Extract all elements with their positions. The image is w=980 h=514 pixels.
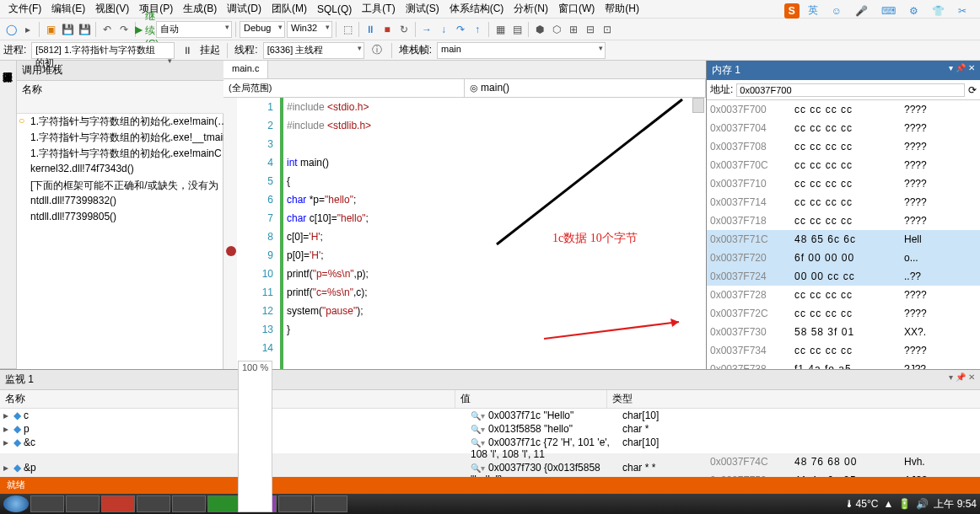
process-dropdown[interactable]: [5812] 1.字符指针与字符数组的初… bbox=[31, 42, 175, 59]
config-debug-dropdown[interactable]: Debug bbox=[240, 21, 285, 38]
pause-icon[interactable]: ⏸ bbox=[363, 22, 378, 37]
menu-item[interactable]: 编辑(E) bbox=[46, 0, 90, 18]
tray-icon[interactable]: 🔋 bbox=[898, 498, 911, 510]
menu-item[interactable]: SQL(Q) bbox=[312, 2, 357, 17]
menu-item[interactable]: 窗口(W) bbox=[553, 0, 600, 18]
config-platform-dropdown[interactable]: Win32 bbox=[287, 21, 332, 38]
memory-row[interactable]: 0x0037F708cc cc cc cc???? bbox=[707, 137, 980, 156]
breakpoint-icon[interactable] bbox=[226, 246, 236, 256]
memory-row[interactable]: 0x0037F72400 00 cc cc..?? bbox=[707, 267, 980, 286]
watch-row[interactable]: ▸◆&c🔍▾0x0037f71c {72 'H', 101 'e', 108 '… bbox=[0, 436, 980, 461]
refresh-icon[interactable]: ⟳ bbox=[968, 84, 977, 96]
watch-col-value[interactable]: 值 bbox=[455, 390, 607, 408]
tb4-icon[interactable]: ⬡ bbox=[549, 22, 564, 37]
watch-col-name[interactable]: 名称 bbox=[0, 390, 455, 408]
menu-item[interactable]: 文件(F) bbox=[3, 0, 46, 18]
tray-icon[interactable]: 🔊 bbox=[916, 498, 929, 510]
memory-row[interactable]: 0x0037F734cc cc cc cc???? bbox=[707, 341, 980, 360]
memory-row[interactable]: 0x0037F70Ccc cc cc cc???? bbox=[707, 156, 980, 174]
open-icon[interactable]: ▣ bbox=[43, 22, 58, 37]
taskbar-item[interactable] bbox=[101, 495, 135, 512]
menu-item[interactable]: 视图(V) bbox=[90, 0, 134, 18]
stack-row[interactable]: ntdll.dll!77399805()未知 bbox=[17, 210, 256, 226]
thread-dropdown[interactable]: [6336] 主线程 bbox=[263, 42, 364, 59]
step-over-icon[interactable]: ↷ bbox=[453, 22, 468, 37]
ime-keyboard-icon[interactable]: ⌨ bbox=[876, 3, 901, 19]
taskbar-item[interactable] bbox=[66, 495, 100, 512]
stack-row[interactable]: 1.字符指针与字符数组的初始化.exe!__tmainC bbox=[17, 130, 256, 146]
stack-row[interactable]: ○1.字符指针与字符数组的初始化.exe!main(…C bbox=[17, 114, 256, 130]
tab-mainc[interactable]: main.c bbox=[223, 61, 268, 78]
ime-tool-icon[interactable]: ✂ bbox=[953, 3, 972, 19]
stackframe-dropdown[interactable]: main bbox=[437, 42, 606, 59]
tray-icon[interactable]: ▲ bbox=[883, 498, 893, 510]
tb6-icon[interactable]: ⊟ bbox=[583, 22, 598, 37]
memory-row[interactable]: 0x0037F700cc cc cc cc???? bbox=[707, 100, 980, 119]
stack-row[interactable]: [下面的框架可能不正确和/或缺失，没有为 bbox=[17, 178, 256, 194]
address-input[interactable] bbox=[736, 83, 965, 97]
redo-icon[interactable]: ↷ bbox=[116, 22, 132, 37]
memory-row[interactable]: 0x0037F710cc cc cc cc???? bbox=[707, 174, 980, 193]
menu-item[interactable]: 测试(S) bbox=[401, 0, 444, 18]
taskbar-item[interactable] bbox=[207, 495, 241, 512]
menu-item[interactable]: 帮助(H) bbox=[600, 0, 644, 18]
thread-info-icon[interactable]: ⓘ bbox=[369, 43, 385, 58]
memory-row[interactable]: 0x0037F71C48 65 6c 6cHell bbox=[707, 230, 980, 249]
scope-left-dropdown[interactable]: (全局范围) bbox=[223, 79, 465, 97]
ime-lang[interactable]: 英 bbox=[803, 2, 823, 19]
config-auto-dropdown[interactable]: 自动 bbox=[156, 21, 232, 38]
tb5-icon[interactable]: ⊞ bbox=[566, 22, 581, 37]
memory-row[interactable]: 0x0037F7206f 00 00 00o... bbox=[707, 249, 980, 267]
taskbar-item[interactable] bbox=[137, 495, 170, 512]
watch-controls[interactable]: ▾ 📌 ✕ bbox=[949, 372, 975, 387]
taskbar-item[interactable] bbox=[172, 495, 206, 512]
vertical-tabs[interactable]: 服务器资源管理器工具箱 bbox=[0, 61, 17, 369]
continue-button[interactable]: ▶ 继续(C) bbox=[139, 22, 154, 37]
watch-row[interactable]: ▸◆p🔍▾0x013f5858 "hello"char * bbox=[0, 422, 980, 436]
tb2-icon[interactable]: ▤ bbox=[509, 22, 525, 37]
menu-item[interactable]: 生成(B) bbox=[178, 0, 222, 18]
save-all-icon[interactable]: 💾 bbox=[77, 22, 92, 37]
memory-row[interactable]: 0x0037F714cc cc cc cc???? bbox=[707, 193, 980, 211]
stop-icon[interactable]: ■ bbox=[380, 22, 395, 37]
menu-item[interactable]: 分析(N) bbox=[509, 0, 553, 18]
tb-icon[interactable]: ⬚ bbox=[340, 22, 355, 37]
restart-icon[interactable]: ↻ bbox=[396, 22, 412, 37]
col-name[interactable]: 名称 bbox=[17, 81, 229, 113]
memory-controls[interactable]: ▾ 📌 ✕ bbox=[949, 63, 975, 78]
tb1-icon[interactable]: ▦ bbox=[493, 22, 508, 37]
watch-col-type[interactable]: 类型 bbox=[607, 390, 980, 408]
memory-row[interactable]: 0x0037F72Ccc cc cc cc???? bbox=[707, 304, 980, 323]
memory-row[interactable]: 0x0037F728cc cc cc cc???? bbox=[707, 286, 980, 304]
scope-right-dropdown[interactable]: ◎ main() bbox=[465, 79, 706, 97]
tb7-icon[interactable]: ⊡ bbox=[600, 22, 615, 37]
nav-back-icon[interactable]: ◯ bbox=[3, 22, 19, 37]
ime-emoji-icon[interactable]: ☺ bbox=[827, 3, 847, 19]
stack-row[interactable]: kernel32.dll!74f7343d()未知 bbox=[17, 162, 256, 178]
memory-row[interactable]: 0x0037F73058 58 3f 01XX?. bbox=[707, 323, 980, 341]
step-into-icon[interactable]: ↓ bbox=[436, 22, 451, 37]
stack-row[interactable]: ntdll.dll!77399832()未知 bbox=[17, 194, 256, 210]
start-button[interactable] bbox=[3, 495, 29, 512]
taskbar-item[interactable] bbox=[278, 495, 312, 512]
taskbar-item[interactable] bbox=[314, 495, 347, 512]
nav-fwd-icon[interactable]: ▸ bbox=[20, 22, 35, 37]
menu-item[interactable]: 调试(D) bbox=[222, 0, 267, 18]
watch-row[interactable]: ▸◆c🔍▾0x0037f71c "Hello"char[10] bbox=[0, 409, 980, 422]
zoom-level[interactable]: 100 % bbox=[238, 361, 272, 512]
menu-item[interactable]: 体系结构(C) bbox=[444, 0, 509, 18]
taskbar-item[interactable] bbox=[30, 495, 64, 512]
menu-item[interactable]: 工具(T) bbox=[357, 0, 400, 18]
save-icon[interactable]: 💾 bbox=[60, 22, 75, 37]
ime-gear-icon[interactable]: ⚙ bbox=[904, 3, 923, 19]
undo-icon[interactable]: ↶ bbox=[100, 22, 115, 37]
stack-row[interactable]: 1.字符指针与字符数组的初始化.exe!mainCC bbox=[17, 146, 256, 162]
menu-item[interactable]: 团队(M) bbox=[267, 0, 312, 18]
ime-s-icon[interactable]: S bbox=[784, 3, 800, 19]
step-out-icon[interactable]: ↑ bbox=[470, 22, 485, 37]
step-next-icon[interactable]: → bbox=[419, 22, 434, 37]
tb3-icon[interactable]: ⬢ bbox=[532, 22, 547, 37]
memory-row[interactable]: 0x0037F704cc cc cc cc???? bbox=[707, 119, 980, 137]
scrollbar-vertical[interactable] bbox=[692, 98, 704, 113]
memory-row[interactable]: 0x0037F718cc cc cc cc???? bbox=[707, 211, 980, 230]
